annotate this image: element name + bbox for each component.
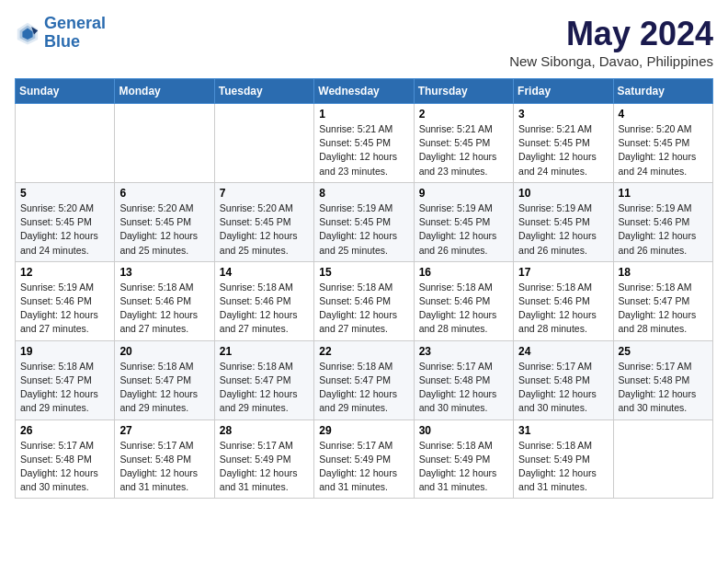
day-cell: 24Sunrise: 5:17 AM Sunset: 5:48 PM Dayli… — [514, 340, 613, 419]
day-info: Sunrise: 5:20 AM Sunset: 5:45 PM Dayligh… — [119, 201, 209, 258]
day-info: Sunrise: 5:21 AM Sunset: 5:45 PM Dayligh… — [518, 122, 608, 178]
day-cell — [16, 104, 115, 183]
day-cell: 21Sunrise: 5:18 AM Sunset: 5:47 PM Dayli… — [214, 340, 313, 419]
day-number: 22 — [319, 345, 408, 358]
day-info: Sunrise: 5:18 AM Sunset: 5:47 PM Dayligh… — [619, 281, 708, 337]
day-number: 26 — [20, 424, 109, 437]
day-info: Sunrise: 5:18 AM Sunset: 5:47 PM Dayligh… — [20, 360, 109, 416]
day-number: 8 — [319, 187, 408, 200]
day-info: Sunrise: 5:17 AM Sunset: 5:49 PM Dayligh… — [220, 439, 309, 495]
day-cell: 18Sunrise: 5:18 AM Sunset: 5:47 PM Dayli… — [613, 261, 712, 340]
day-number: 14 — [220, 266, 309, 279]
day-cell: 6Sunrise: 5:20 AM Sunset: 5:45 PM Daylig… — [115, 182, 214, 261]
logo-icon — [15, 20, 40, 46]
day-cell: 28Sunrise: 5:17 AM Sunset: 5:49 PM Dayli… — [214, 419, 313, 499]
day-cell — [214, 104, 313, 183]
day-cell: 14Sunrise: 5:18 AM Sunset: 5:46 PM Dayli… — [214, 261, 313, 340]
day-number: 13 — [119, 266, 209, 279]
day-number: 2 — [419, 108, 508, 121]
day-number: 28 — [220, 424, 309, 437]
week-row-1: 1Sunrise: 5:21 AM Sunset: 5:45 PM Daylig… — [16, 104, 713, 183]
day-info: Sunrise: 5:17 AM Sunset: 5:48 PM Dayligh… — [119, 439, 209, 495]
calendar-header-row: SundayMondayTuesdayWednesdayThursdayFrid… — [16, 79, 713, 104]
day-info: Sunrise: 5:18 AM Sunset: 5:46 PM Dayligh… — [518, 281, 608, 337]
day-info: Sunrise: 5:21 AM Sunset: 5:45 PM Dayligh… — [319, 122, 408, 178]
week-row-4: 19Sunrise: 5:18 AM Sunset: 5:47 PM Dayli… — [16, 340, 713, 419]
title-area: May 2024 New Sibonga, Davao, Philippines — [509, 15, 713, 69]
day-info: Sunrise: 5:20 AM Sunset: 5:45 PM Dayligh… — [619, 122, 708, 178]
day-number: 20 — [119, 345, 209, 358]
logo-text: General Blue — [44, 15, 106, 52]
day-info: Sunrise: 5:18 AM Sunset: 5:49 PM Dayligh… — [419, 439, 508, 495]
header-cell-thursday: Thursday — [414, 79, 513, 104]
day-info: Sunrise: 5:18 AM Sunset: 5:46 PM Dayligh… — [220, 281, 309, 337]
day-number: 21 — [220, 345, 309, 358]
day-number: 4 — [619, 108, 708, 121]
header-cell-wednesday: Wednesday — [314, 79, 414, 104]
day-info: Sunrise: 5:19 AM Sunset: 5:46 PM Dayligh… — [20, 281, 109, 337]
day-info: Sunrise: 5:20 AM Sunset: 5:45 PM Dayligh… — [220, 201, 309, 258]
day-number: 9 — [419, 187, 508, 200]
day-cell: 26Sunrise: 5:17 AM Sunset: 5:48 PM Dayli… — [16, 419, 115, 499]
day-number: 1 — [319, 108, 408, 121]
day-number: 12 — [20, 266, 109, 279]
day-cell: 9Sunrise: 5:19 AM Sunset: 5:45 PM Daylig… — [414, 182, 513, 261]
day-number: 15 — [319, 266, 408, 279]
day-cell: 5Sunrise: 5:20 AM Sunset: 5:45 PM Daylig… — [16, 182, 115, 261]
day-cell: 10Sunrise: 5:19 AM Sunset: 5:45 PM Dayli… — [514, 182, 613, 261]
day-cell: 22Sunrise: 5:18 AM Sunset: 5:47 PM Dayli… — [314, 340, 414, 419]
day-info: Sunrise: 5:19 AM Sunset: 5:45 PM Dayligh… — [518, 201, 608, 258]
day-info: Sunrise: 5:18 AM Sunset: 5:46 PM Dayligh… — [419, 281, 508, 337]
week-row-2: 5Sunrise: 5:20 AM Sunset: 5:45 PM Daylig… — [16, 182, 713, 261]
day-number: 23 — [419, 345, 508, 358]
subtitle: New Sibonga, Davao, Philippines — [509, 53, 713, 69]
day-cell: 20Sunrise: 5:18 AM Sunset: 5:47 PM Dayli… — [115, 340, 214, 419]
day-number: 11 — [619, 187, 708, 200]
day-cell: 7Sunrise: 5:20 AM Sunset: 5:45 PM Daylig… — [214, 182, 313, 261]
day-info: Sunrise: 5:18 AM Sunset: 5:49 PM Dayligh… — [518, 439, 608, 495]
day-cell — [115, 104, 214, 183]
header-cell-friday: Friday — [514, 79, 613, 104]
day-cell: 19Sunrise: 5:18 AM Sunset: 5:47 PM Dayli… — [16, 340, 115, 419]
header-cell-tuesday: Tuesday — [214, 79, 313, 104]
day-info: Sunrise: 5:17 AM Sunset: 5:48 PM Dayligh… — [20, 439, 109, 495]
day-cell: 4Sunrise: 5:20 AM Sunset: 5:45 PM Daylig… — [613, 104, 712, 183]
day-cell: 25Sunrise: 5:17 AM Sunset: 5:48 PM Dayli… — [613, 340, 712, 419]
day-cell: 8Sunrise: 5:19 AM Sunset: 5:45 PM Daylig… — [314, 182, 414, 261]
day-number: 27 — [119, 424, 209, 437]
day-cell: 3Sunrise: 5:21 AM Sunset: 5:45 PM Daylig… — [514, 104, 613, 183]
page-header: General Blue May 2024 New Sibonga, Davao… — [15, 15, 713, 69]
main-title: May 2024 — [509, 15, 713, 53]
day-number: 10 — [518, 187, 608, 200]
day-number: 19 — [20, 345, 109, 358]
day-cell: 27Sunrise: 5:17 AM Sunset: 5:48 PM Dayli… — [115, 419, 214, 499]
day-number: 25 — [619, 345, 708, 358]
day-cell: 11Sunrise: 5:19 AM Sunset: 5:46 PM Dayli… — [613, 182, 712, 261]
day-info: Sunrise: 5:21 AM Sunset: 5:45 PM Dayligh… — [419, 122, 508, 178]
calendar-body: 1Sunrise: 5:21 AM Sunset: 5:45 PM Daylig… — [16, 104, 713, 499]
day-number: 5 — [20, 187, 109, 200]
day-info: Sunrise: 5:18 AM Sunset: 5:46 PM Dayligh… — [119, 281, 209, 337]
calendar-table: SundayMondayTuesdayWednesdayThursdayFrid… — [15, 78, 713, 499]
day-cell: 23Sunrise: 5:17 AM Sunset: 5:48 PM Dayli… — [414, 340, 513, 419]
day-cell: 12Sunrise: 5:19 AM Sunset: 5:46 PM Dayli… — [16, 261, 115, 340]
week-row-5: 26Sunrise: 5:17 AM Sunset: 5:48 PM Dayli… — [16, 419, 713, 499]
header-cell-sunday: Sunday — [16, 79, 115, 104]
day-cell: 2Sunrise: 5:21 AM Sunset: 5:45 PM Daylig… — [414, 104, 513, 183]
day-number: 3 — [518, 108, 608, 121]
day-number: 17 — [518, 266, 608, 279]
day-cell: 1Sunrise: 5:21 AM Sunset: 5:45 PM Daylig… — [314, 104, 414, 183]
week-row-3: 12Sunrise: 5:19 AM Sunset: 5:46 PM Dayli… — [16, 261, 713, 340]
day-info: Sunrise: 5:19 AM Sunset: 5:46 PM Dayligh… — [619, 201, 708, 258]
day-info: Sunrise: 5:18 AM Sunset: 5:47 PM Dayligh… — [119, 360, 209, 416]
day-cell: 29Sunrise: 5:17 AM Sunset: 5:49 PM Dayli… — [314, 419, 414, 499]
day-cell: 17Sunrise: 5:18 AM Sunset: 5:46 PM Dayli… — [514, 261, 613, 340]
day-info: Sunrise: 5:18 AM Sunset: 5:47 PM Dayligh… — [319, 360, 408, 416]
day-number: 6 — [119, 187, 209, 200]
day-info: Sunrise: 5:18 AM Sunset: 5:47 PM Dayligh… — [220, 360, 309, 416]
day-number: 18 — [619, 266, 708, 279]
day-info: Sunrise: 5:17 AM Sunset: 5:48 PM Dayligh… — [619, 360, 708, 416]
day-info: Sunrise: 5:17 AM Sunset: 5:48 PM Dayligh… — [419, 360, 508, 416]
day-info: Sunrise: 5:17 AM Sunset: 5:48 PM Dayligh… — [518, 360, 608, 416]
day-info: Sunrise: 5:20 AM Sunset: 5:45 PM Dayligh… — [20, 201, 109, 258]
